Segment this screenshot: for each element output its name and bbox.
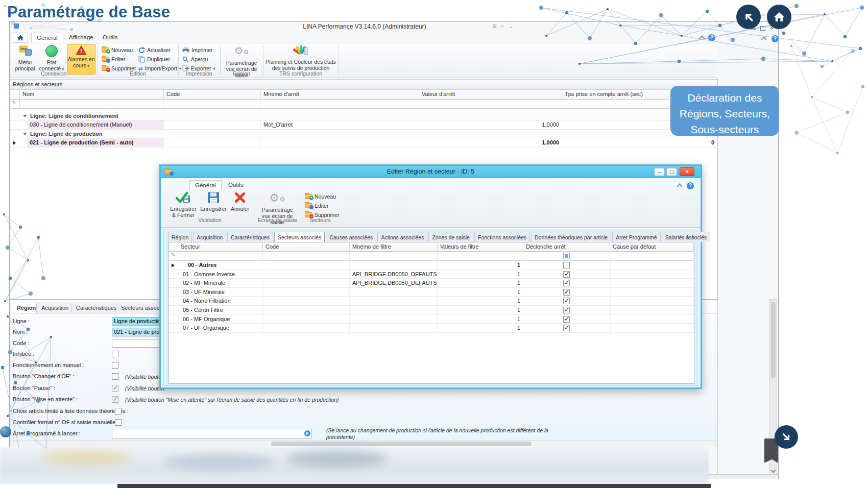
expander-down-icon[interactable]: [23, 133, 27, 135]
cell-valeur-filtre[interactable]: 1: [438, 279, 523, 287]
cell-secteur[interactable]: 05 - Centri Filtre: [180, 306, 263, 314]
nom-input[interactable]: 021 - Ligne de production (Semi - auto): [112, 328, 161, 336]
dialog-ribbon-help-icon[interactable]: ?: [687, 182, 694, 189]
form-checkbox[interactable]: [112, 385, 118, 392]
cell-code[interactable]: [263, 306, 350, 314]
scroll-down-arrow-icon[interactable]: [771, 468, 776, 473]
dialog-grid-col-header[interactable]: Déclenche arrêt: [523, 242, 610, 252]
declenche-arret-checkbox[interactable]: [563, 298, 570, 304]
dialog-tab-general[interactable]: Général: [189, 180, 222, 190]
cell-mnemo[interactable]: API_BRIDGE.DB0050_DEFAUTS.DEF_...: [350, 279, 438, 287]
dialog-grid-filter-cell[interactable]: [610, 252, 694, 261]
dialog-ribbon-collapse-icon[interactable]: [677, 183, 682, 189]
nav-back-button[interactable]: [736, 5, 761, 29]
main-grid-col-header[interactable]: Mnémo d'arrêt: [261, 90, 419, 100]
cell-valeur-filtre[interactable]: 1: [438, 270, 523, 279]
form-checkbox[interactable]: [112, 373, 118, 380]
dialog-grid-tab[interactable]: Région: [168, 232, 192, 242]
quick-access-grid-icon[interactable]: ⊞: [492, 23, 496, 29]
titlebar-chevron-icon[interactable]: ⌄: [509, 23, 513, 29]
dialog-maximize-button[interactable]: ▢: [666, 168, 677, 176]
declenche-arret-checkbox[interactable]: [563, 325, 570, 331]
tab-scroll-left-icon[interactable]: [686, 235, 688, 239]
restore-button[interactable]: [760, 26, 765, 31]
cell-valeur-filtre[interactable]: 1: [438, 315, 523, 324]
cell-valeur-filtre[interactable]: 1: [438, 324, 523, 332]
etat-connecte-button[interactable]: Etat connecté: [38, 44, 65, 73]
cell-cause[interactable]: [610, 270, 694, 279]
row-expander-icon[interactable]: [172, 263, 175, 267]
quick-access-icon[interactable]: ≈: [501, 23, 504, 29]
actualiser-button[interactable]: Actualiser: [138, 46, 171, 54]
cell-secteur[interactable]: 01 - Osmose Inverse: [180, 270, 263, 279]
declenche-arret-checkbox[interactable]: [563, 307, 570, 313]
dialog-grid-filter-cell[interactable]: [263, 252, 350, 261]
dialog-grid-row[interactable]: 07 - UF Organique1: [169, 324, 694, 333]
dialog-grid-tab[interactable]: Zones de saisie: [428, 232, 473, 242]
apercu-button[interactable]: Aperçu: [182, 55, 208, 63]
dialog-grid-col-header[interactable]: Mnémo de filtre: [350, 242, 438, 252]
nav-next-button[interactable]: [775, 425, 798, 449]
filter-checkbox[interactable]: [563, 253, 570, 259]
home-tab[interactable]: [13, 33, 28, 43]
cell-code[interactable]: [263, 288, 350, 297]
declenche-arret-checkbox[interactable]: [563, 280, 570, 286]
arret-programme-input[interactable]: [112, 429, 312, 438]
cell-mnemo[interactable]: [350, 261, 438, 270]
dialog-grid-tab[interactable]: Acquisition: [193, 232, 226, 242]
main-grid-col-header[interactable]: Valeur d'arrêt: [419, 90, 562, 100]
cell-cause[interactable]: [610, 315, 694, 324]
tab-scroll-right-icon[interactable]: [692, 235, 694, 239]
cell-cause[interactable]: [610, 306, 694, 314]
dialog-grid-tab[interactable]: Données théoriques par article: [531, 232, 611, 242]
dialog-editer-button[interactable]: Editer: [305, 202, 328, 210]
dialog-grid-filter-cell[interactable]: [178, 252, 263, 261]
dialog-grid-filter-cell[interactable]: [350, 252, 438, 261]
cell-mnemo[interactable]: API_BRIDGE.DB0050_DEFAUTS.DEF_...: [350, 270, 438, 279]
tab-outils[interactable]: Outils: [98, 33, 123, 43]
dialog-grid-row[interactable]: 05 - Centri Filtre1: [169, 306, 694, 315]
code-input[interactable]: [112, 339, 161, 348]
cell-secteur[interactable]: 03 - UF Minérale: [180, 288, 263, 297]
horizontal-scrollbar-thumb[interactable]: [271, 442, 532, 446]
cell-secteur[interactable]: 00 - Autres: [185, 261, 268, 270]
imprimer-button[interactable]: Imprimer: [182, 46, 212, 54]
menu-principal-button[interactable]: lina Menu principal: [12, 44, 38, 73]
cell-mnemo[interactable]: [350, 297, 438, 305]
cell-cause[interactable]: [610, 324, 694, 332]
nouveau-button[interactable]: +Nouveau: [102, 46, 133, 54]
declenche-arret-checkbox[interactable]: [563, 262, 570, 269]
dialog-grid-filter-cell[interactable]: [438, 252, 523, 261]
cell-secteur[interactable]: 06 - MF Organique: [180, 315, 263, 324]
cell-valeur[interactable]: 1,0000: [419, 120, 562, 129]
main-grid-filter-cell[interactable]: [20, 100, 164, 109]
lookup-arrow-icon[interactable]: [304, 430, 310, 436]
cell-mnemo[interactable]: [350, 306, 438, 314]
form-checkbox[interactable]: [115, 408, 122, 414]
dialog-grid-row[interactable]: 01 - Osmose InverseAPI_BRIDGE.DB0050_DEF…: [169, 270, 694, 279]
cell-valeur-filtre[interactable]: 1: [438, 306, 523, 314]
cell-valeur[interactable]: 1,0000: [419, 138, 562, 147]
dialog-grid-row[interactable]: 02 - MF MinéraleAPI_BRIDGE.DB0050_DEFAUT…: [169, 279, 694, 288]
cell-cause[interactable]: [610, 297, 694, 305]
declenche-arret-checkbox[interactable]: [563, 316, 570, 323]
dialog-grid-row[interactable]: 00 - Autres1: [169, 261, 694, 270]
cell-secteur[interactable]: 04 - Nano Filtration: [180, 297, 263, 305]
cell-code[interactable]: [263, 324, 350, 332]
dialog-grid-tab[interactable]: Secteurs associés: [274, 232, 325, 242]
cell-nom[interactable]: 030 - Ligne de conditionnement (Manuel): [27, 120, 164, 129]
main-grid-group-row[interactable]: Ligne: Ligne de production: [10, 130, 717, 138]
tab-general[interactable]: Général: [31, 33, 63, 43]
form-checkbox[interactable]: [115, 419, 122, 426]
expander-down-icon[interactable]: [23, 115, 27, 117]
editer-button[interactable]: Editer: [102, 55, 125, 63]
dialog-minimize-button[interactable]: —: [654, 168, 665, 176]
collapse-chevron-icon[interactable]: [761, 36, 766, 42]
cell-mnemo[interactable]: [350, 315, 438, 324]
cell-code[interactable]: [263, 279, 350, 287]
main-grid-data-row[interactable]: 030 - Ligne de conditionnement (Manuel)M…: [10, 120, 717, 130]
horizontal-scrollbar[interactable]: [10, 441, 717, 446]
cell-tps[interactable]: 0: [562, 138, 717, 147]
ribbon-help-icon[interactable]: ?: [708, 34, 715, 41]
cell-mnemo[interactable]: [350, 288, 438, 297]
